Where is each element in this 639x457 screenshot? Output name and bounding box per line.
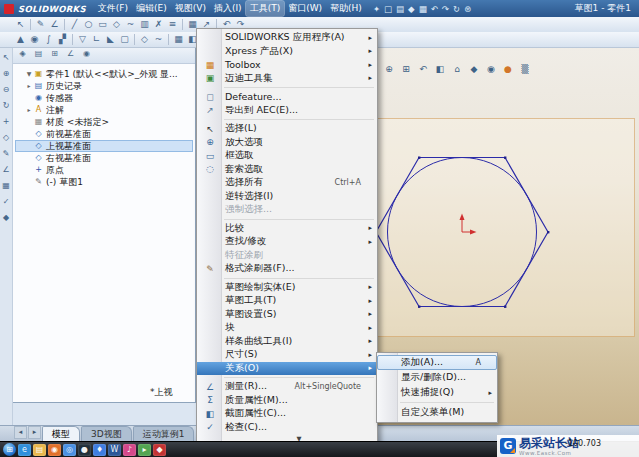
menu-item[interactable]: ◧ 截面属性(C)... <box>197 407 377 421</box>
tab-scroll-right-button[interactable]: ▸ <box>28 426 41 439</box>
select-icon[interactable]: ↖ <box>1 52 12 63</box>
display-icon[interactable]: ◆ <box>1 212 12 223</box>
rectangle-icon[interactable]: ▭ <box>96 18 109 31</box>
tree-item-top-plane[interactable]: ◇ 上视基准面 <box>15 140 193 152</box>
display-style-icon[interactable]: ◆ <box>467 62 481 76</box>
menu-item[interactable]: ⊕ 放大选项 <box>197 136 377 150</box>
lofted-boss-icon[interactable]: ▞ <box>56 33 69 46</box>
submenu-item-customize-menu[interactable]: 自定义菜单(M) <box>377 405 497 420</box>
extruded-cut-icon[interactable]: ▽ <box>76 33 89 46</box>
rotate-view-icon[interactable]: ↻ <box>1 100 12 111</box>
menu-item[interactable]: 选择所有 Ctrl+A <box>197 176 377 190</box>
menu-item[interactable]: ◌ 套索选取 <box>197 163 377 177</box>
menu-edit[interactable]: 编辑(E) <box>132 1 171 16</box>
menu-item[interactable]: ▣ 迈迪工具集 <box>197 72 377 86</box>
menu-item[interactable]: 尺寸(S) <box>197 348 377 362</box>
property-manager-tab[interactable]: ▤ <box>32 48 45 60</box>
display-manager-tab[interactable]: ◉ <box>80 48 93 60</box>
offset-entities-icon[interactable]: ≡ <box>166 18 179 31</box>
menu-item[interactable]: 样条曲线工具(I) <box>197 335 377 349</box>
open-file-icon[interactable]: ▤ <box>394 4 406 14</box>
tree-item-sketch1[interactable]: ✎ (-) 草图1 <box>15 176 193 188</box>
menu-help[interactable]: 帮助(H) <box>326 1 366 16</box>
menu-file[interactable]: 文件(F) <box>94 1 132 16</box>
swept-boss-icon[interactable]: ∫ <box>42 33 55 46</box>
dimxpert-manager-tab[interactable]: ∠ <box>64 48 77 60</box>
ie-icon[interactable]: e <box>18 444 31 456</box>
menu-item[interactable]: ↗ 导出到 AEC(E)... <box>197 104 377 118</box>
tree-item-sensors[interactable]: ◉ 传感器 <box>15 92 193 104</box>
dimension-icon[interactable]: ∠ <box>1 164 12 175</box>
tab-3d-views[interactable]: 3D视图 <box>81 426 132 441</box>
menu-tools[interactable]: 工具(T) <box>246 1 285 16</box>
hide-show-icon[interactable]: ◉ <box>484 62 498 76</box>
menu-item[interactable]: Σ 质量属性(M)... <box>197 394 377 408</box>
tree-item-front-plane[interactable]: ◇ 前视基准面 <box>15 128 193 140</box>
smart-dimension-icon[interactable]: ∠ <box>48 18 61 31</box>
fillet-icon[interactable]: ∟ <box>90 33 103 46</box>
baidu-icon[interactable]: ♦ <box>93 444 106 456</box>
menu-item[interactable]: ◻ Defeature... <box>197 90 377 104</box>
zoom-in-icon[interactable]: ⊕ <box>1 68 12 79</box>
trim-entities-icon[interactable]: ✗ <box>152 18 165 31</box>
menu-item[interactable]: ▦ Toolbox <box>197 58 377 72</box>
chrome-icon[interactable]: ◎ <box>63 444 76 456</box>
menu-item[interactable]: ∠ 测量(R)... Alt+SingleQuote <box>197 380 377 394</box>
grid-icon[interactable]: ▦ <box>1 180 12 191</box>
section-view-icon[interactable]: ◧ <box>433 62 447 76</box>
explorer-icon[interactable]: ▤ <box>33 444 46 456</box>
word-icon[interactable]: W <box>108 444 121 456</box>
scene-icon[interactable]: ▒ <box>518 62 532 76</box>
menu-item[interactable]: 块 <box>197 321 377 335</box>
tree-item-annotations[interactable]: ▸ A 注解 <box>15 104 193 116</box>
appearances-icon[interactable]: ● <box>501 62 515 76</box>
curves-icon[interactable]: ~ <box>152 33 165 46</box>
music-icon[interactable]: ♪ <box>123 444 136 456</box>
rebuild-icon[interactable]: ↻ <box>451 4 462 14</box>
start-button[interactable]: ⊞ <box>3 443 16 456</box>
submenu-item-add-relation[interactable]: 添加(A)... A <box>377 355 497 370</box>
zoom-fit-icon[interactable]: ⊕ <box>382 62 396 76</box>
solidworks-task-icon[interactable]: ◆ <box>153 444 166 456</box>
pin-icon[interactable]: ✦ <box>371 4 382 14</box>
extrude-boss-icon[interactable]: ▲ <box>14 33 27 46</box>
shell-icon[interactable]: ▢ <box>118 33 131 46</box>
menu-item[interactable]: 逆转选择(I) <box>197 190 377 204</box>
configuration-manager-tab[interactable]: ⊞ <box>48 48 61 60</box>
menu-item[interactable]: ↖ 选择(L) <box>197 122 377 136</box>
tree-expander-icon[interactable]: ▸ <box>25 80 33 92</box>
submenu-item-display-delete[interactable]: 显示/删除(D)... <box>377 370 497 385</box>
redo-icon[interactable]: ↷ <box>440 4 451 14</box>
select-tool-icon[interactable]: ↖ <box>14 18 27 31</box>
menu-insert[interactable]: 插入(I) <box>210 1 246 16</box>
reference-geometry-icon[interactable]: ◇ <box>138 33 151 46</box>
tree-item-history[interactable]: ▸ ▤ 历史记录 <box>15 80 193 92</box>
chamfer-icon[interactable]: ◣ <box>104 33 117 46</box>
tree-item-material[interactable]: ▦ 材质 <未指定> <box>15 116 193 128</box>
polygon-icon[interactable]: ◇ <box>110 18 123 31</box>
tree-item-origin[interactable]: + 原点 <box>15 164 193 176</box>
menu-item[interactable]: 草图绘制实体(E) <box>197 281 377 295</box>
options-icon[interactable]: ⊛ <box>462 4 473 14</box>
undo-icon[interactable]: ↶ <box>429 4 440 14</box>
save-icon[interactable]: ◆ <box>406 4 417 14</box>
qq-icon[interactable]: ● <box>78 444 91 456</box>
tab-scroll-left-button[interactable]: ◂ <box>14 426 27 439</box>
zoom-area-icon[interactable]: ⊞ <box>399 62 413 76</box>
spline-icon[interactable]: ~ <box>124 18 137 31</box>
video-icon[interactable]: ▸ <box>138 444 151 456</box>
menu-window[interactable]: 窗口(W) <box>284 1 326 16</box>
sketch-icon[interactable]: ✎ <box>1 148 12 159</box>
print-icon[interactable]: ▦ <box>417 4 429 14</box>
menu-item[interactable]: SOLIDWORKS 应用程序(A) <box>197 31 377 45</box>
menu-item[interactable]: 强制选择... <box>197 203 377 217</box>
menu-item[interactable]: ✎ 格式涂刷器(F)... <box>197 262 377 276</box>
menu-item[interactable]: 草图工具(T) <box>197 294 377 308</box>
menu-item[interactable]: 特征涂刷 <box>197 249 377 263</box>
menu-item[interactable]: 关系(O) <box>197 362 377 376</box>
line-icon[interactable]: ╱ <box>68 18 81 31</box>
menu-item[interactable]: Xpress 产品(X) <box>197 45 377 59</box>
menu-item[interactable]: ▭ 框选取 <box>197 149 377 163</box>
submenu-item-quick-snaps[interactable]: 快速捕捉(Q) <box>377 385 497 400</box>
sketch-origin[interactable] <box>460 214 477 235</box>
